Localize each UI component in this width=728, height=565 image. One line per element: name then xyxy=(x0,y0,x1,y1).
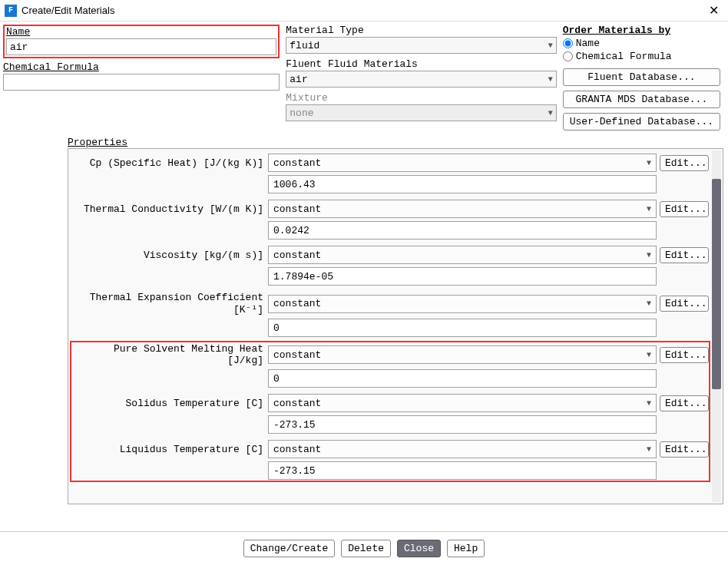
top-panel: Name Chemical Formula Material Type flui… xyxy=(0,21,728,135)
name-label: Name xyxy=(6,26,276,38)
property-value-row xyxy=(73,319,709,337)
property-row: Thermal Conductivity [W/(m K)]constant▼E… xyxy=(73,200,709,218)
property-value-input[interactable] xyxy=(268,221,657,240)
help-button[interactable]: Help xyxy=(447,540,485,557)
mixture-label: Mixture xyxy=(286,92,556,104)
chevron-down-icon: ▼ xyxy=(548,109,553,117)
change-create-button[interactable]: Change/Create xyxy=(243,540,335,557)
mixture-value: none xyxy=(290,107,313,119)
properties-box: Cp (Specific Heat) [J/(kg K)]constant▼Ed… xyxy=(68,148,723,504)
property-method-value: constant xyxy=(273,249,321,261)
fluent-database-button[interactable]: Fluent Database... xyxy=(563,68,720,86)
order-by-label: Order Materials by xyxy=(563,25,720,36)
right-column: Order Materials by Name Chemical Formula… xyxy=(563,25,725,135)
property-row: Liquidus Temperature [C]constant▼Edit... xyxy=(73,440,709,458)
order-by-formula-row[interactable]: Chemical Formula xyxy=(563,51,720,62)
property-method-value: constant xyxy=(273,203,321,215)
property-value-row xyxy=(73,221,709,240)
chevron-down-icon: ▼ xyxy=(647,159,651,167)
property-method-select[interactable]: constant▼ xyxy=(268,246,657,264)
chevron-down-icon: ▼ xyxy=(647,299,651,308)
property-label: Solidus Temperature [C] xyxy=(73,398,265,409)
property-method-value: constant xyxy=(273,398,321,409)
chevron-down-icon: ▼ xyxy=(548,41,553,50)
property-row: Cp (Specific Heat) [J/(kg K)]constant▼Ed… xyxy=(73,154,709,172)
property-label: Thermal Conductivity [W/(m K)] xyxy=(73,203,265,215)
property-label: Cp (Specific Heat) [J/(kg K)] xyxy=(73,157,265,169)
property-method-select[interactable]: constant▼ xyxy=(268,200,657,218)
property-row: Thermal Expansion Coefficient [K⁻¹]const… xyxy=(73,292,709,316)
chevron-down-icon: ▼ xyxy=(647,445,651,454)
property-value-input[interactable] xyxy=(268,369,657,388)
user-database-button[interactable]: User-Defined Database... xyxy=(563,113,720,131)
property-edit-button[interactable]: Edit... xyxy=(660,441,709,458)
property-value-input[interactable] xyxy=(268,267,657,286)
property-edit-button[interactable]: Edit... xyxy=(660,201,709,217)
properties-title: Properties xyxy=(68,137,723,148)
property-method-select[interactable]: constant▼ xyxy=(268,154,657,172)
property-row: Viscosity [kg/(m s)]constant▼Edit... xyxy=(73,246,709,264)
property-edit-button[interactable]: Edit... xyxy=(660,155,709,171)
property-method-select[interactable]: constant▼ xyxy=(268,440,657,458)
close-button[interactable]: Close xyxy=(397,540,441,557)
property-value-row xyxy=(73,415,709,434)
property-label: Liquidus Temperature [C] xyxy=(73,444,265,455)
property-value-row xyxy=(73,175,709,193)
mixture-select: none ▼ xyxy=(286,104,556,121)
property-row: Pure Solvent Melting Heat [J/kg]constant… xyxy=(73,343,709,366)
property-edit-button[interactable]: Edit... xyxy=(660,247,709,263)
granta-database-button[interactable]: GRANTA MDS Database... xyxy=(563,91,720,108)
order-by-name-radio[interactable] xyxy=(563,38,573,48)
chevron-down-icon: ▼ xyxy=(548,75,553,84)
fluid-materials-label: Fluent Fluid Materials xyxy=(286,58,556,70)
fluid-materials-select[interactable]: air ▼ xyxy=(286,71,556,88)
formula-label: Chemical Formula xyxy=(3,61,280,73)
delete-button[interactable]: Delete xyxy=(341,540,391,557)
app-icon: F xyxy=(5,5,17,17)
property-value-row xyxy=(73,369,709,388)
chevron-down-icon: ▼ xyxy=(647,251,651,259)
close-icon[interactable]: ✕ xyxy=(704,3,723,18)
property-edit-button[interactable]: Edit... xyxy=(660,296,709,312)
name-highlight-box: Name xyxy=(3,25,280,58)
property-label: Pure Solvent Melting Heat [J/kg] xyxy=(73,343,265,366)
order-by-formula-radio[interactable] xyxy=(563,51,573,61)
name-input[interactable] xyxy=(6,38,276,55)
mid-column: Material Type fluid ▼ Fluent Fluid Mater… xyxy=(286,25,556,135)
property-method-select[interactable]: constant▼ xyxy=(268,345,657,364)
titlebar: F Create/Edit Materials ✕ xyxy=(0,0,728,21)
scrollbar[interactable] xyxy=(712,150,721,502)
property-value-row xyxy=(73,267,709,286)
property-value-input[interactable] xyxy=(268,461,657,480)
window-title: Create/Edit Materials xyxy=(22,5,704,16)
property-edit-button[interactable]: Edit... xyxy=(660,347,709,363)
fluid-materials-value: air xyxy=(290,74,307,85)
formula-input[interactable] xyxy=(3,74,280,91)
property-value-input[interactable] xyxy=(268,175,657,193)
property-edit-button[interactable]: Edit... xyxy=(660,395,709,411)
property-method-select[interactable]: constant▼ xyxy=(268,295,657,313)
order-by-name-row[interactable]: Name xyxy=(563,38,720,49)
material-type-select[interactable]: fluid ▼ xyxy=(286,37,556,54)
order-by-name-text: Name xyxy=(576,38,600,49)
chevron-down-icon: ▼ xyxy=(647,351,651,359)
property-method-value: constant xyxy=(273,349,321,361)
property-value-input[interactable] xyxy=(268,319,657,337)
property-method-select[interactable]: constant▼ xyxy=(268,394,657,412)
property-label: Thermal Expansion Coefficient [K⁻¹] xyxy=(73,292,265,316)
property-method-value: constant xyxy=(273,444,321,455)
chevron-down-icon: ▼ xyxy=(647,399,651,408)
property-value-row xyxy=(73,461,709,480)
property-label: Viscosity [kg/(m s)] xyxy=(73,249,265,261)
property-row: Solidus Temperature [C]constant▼Edit... xyxy=(73,394,709,412)
order-by-formula-text: Chemical Formula xyxy=(576,51,672,62)
chevron-down-icon: ▼ xyxy=(647,205,651,213)
scroll-thumb[interactable] xyxy=(712,179,721,390)
left-column: Name Chemical Formula xyxy=(3,25,280,135)
properties-section: Properties Cp (Specific Heat) [J/(kg K)]… xyxy=(68,137,723,504)
bottom-bar: Change/Create Delete Close Help xyxy=(0,531,728,565)
property-method-value: constant xyxy=(273,298,321,309)
property-value-input[interactable] xyxy=(268,415,657,434)
property-method-value: constant xyxy=(273,157,321,169)
material-type-value: fluid xyxy=(290,40,319,51)
